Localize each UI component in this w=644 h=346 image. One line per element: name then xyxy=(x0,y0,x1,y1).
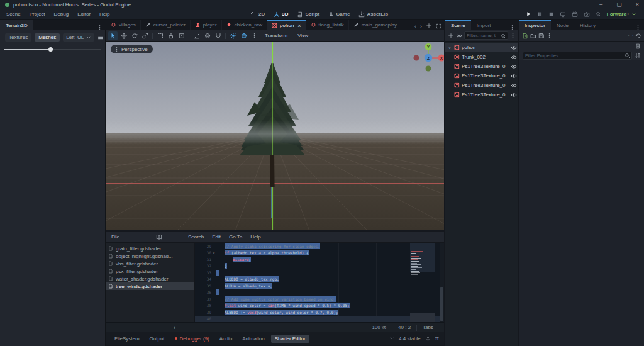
workspace-tab-3d[interactable]: 3D xyxy=(274,11,288,18)
donate-icon[interactable]: π xyxy=(435,335,439,342)
shader-file-vhs_filter.gdshader[interactable]: vhs_filter.gdshader xyxy=(106,260,194,267)
visibility-eye-icon[interactable] xyxy=(511,82,517,89)
scale-tool[interactable] xyxy=(140,31,150,40)
preview-environment-toggle[interactable] xyxy=(239,31,248,40)
movie-maker-icon[interactable] xyxy=(572,11,578,18)
brush-size-slider[interactable] xyxy=(4,47,101,52)
tree-row-Ps1Tree3Texture_0[interactable]: Ps1Tree3Texture_0 xyxy=(445,62,518,71)
shader-file-water_shader.gdshader[interactable]: water_shader.gdshader xyxy=(106,275,194,282)
scene-tab-main_gameplay[interactable]: main_gameplay xyxy=(348,20,401,30)
shader-menu-file[interactable]: File xyxy=(111,234,119,240)
expander-icon[interactable]: ∨ xyxy=(447,45,452,50)
dock-menu-icon[interactable] xyxy=(94,25,106,30)
scene-dock-tab-import[interactable]: Import xyxy=(471,20,497,30)
inspector-dock-tabs-menu-icon[interactable] xyxy=(632,25,644,30)
shader-code-editor[interactable]: 29// Apply alpha scissoring for clean ed… xyxy=(195,243,444,322)
prev-scene-icon[interactable]: ‹ xyxy=(414,23,416,30)
camera-override-button[interactable] xyxy=(203,31,212,40)
select-tool[interactable] xyxy=(108,31,118,40)
meshes-button[interactable]: Meshes xyxy=(35,33,60,42)
screenshot-icon[interactable] xyxy=(584,11,590,18)
code-minimap[interactable] xyxy=(410,243,439,322)
slider-handle[interactable] xyxy=(48,47,53,52)
ruler-tool[interactable] xyxy=(192,31,201,40)
inspector-dock-tab-inspector[interactable]: Inspector xyxy=(519,20,551,30)
visibility-eye-icon[interactable] xyxy=(511,45,517,51)
scene-tab-cursor_pointer[interactable]: cursor_pointer xyxy=(140,20,190,30)
shader-file-tree_winds.gdshader[interactable]: tree_winds.gdshader xyxy=(106,282,194,290)
object-history-icon[interactable] xyxy=(635,33,641,39)
code-line-30[interactable]: 30∨if (albedo_tex.a < alpha_threshold) { xyxy=(195,250,444,257)
inspector-dock-tab-node[interactable]: Node xyxy=(551,20,574,30)
group-node-button[interactable] xyxy=(177,31,186,40)
move-tool[interactable] xyxy=(119,31,128,40)
update-spinner-icon[interactable] xyxy=(425,336,431,342)
code-line-38[interactable]: 38float wind_color = sin(TIME * wind_spe… xyxy=(195,303,444,310)
cursor-position[interactable]: 40 : 2 xyxy=(392,325,416,330)
tree-row-Ps1Tree3Texture_0[interactable]: Ps1Tree3Texture_0 xyxy=(445,81,518,90)
bottom-tab-animation[interactable]: Animation xyxy=(238,335,269,343)
bottom-tab-output[interactable]: Output xyxy=(146,335,169,343)
code-line-29[interactable]: 29// Apply alpha scissoring for clean ed… xyxy=(195,243,444,250)
scene-tab-chicken_raw[interactable]: chicken_raw xyxy=(221,20,267,30)
scene-dock-tabs-menu-icon[interactable] xyxy=(506,25,518,30)
scene-tab-tiang_listrik[interactable]: tiang_listrik xyxy=(306,20,348,30)
visibility-eye-icon[interactable] xyxy=(511,73,517,79)
instance-scene-button[interactable] xyxy=(456,33,462,39)
transform-menu[interactable]: Transform xyxy=(260,33,292,38)
menu-debug[interactable]: Debug xyxy=(54,11,69,17)
run-instances-icon[interactable] xyxy=(596,11,601,17)
tree-row-Ps1Tree3Texture_0[interactable]: Ps1Tree3Texture_0 xyxy=(445,71,518,81)
menu-help[interactable]: Help xyxy=(99,11,109,17)
tree-row-pohon[interactable]: ∨pohon xyxy=(445,43,518,52)
tab-terrain3d[interactable]: Terrain3D xyxy=(0,20,33,30)
version-label[interactable]: 4.4.stable xyxy=(399,336,421,342)
scene-tab-pohon[interactable]: pohon× xyxy=(267,20,306,30)
sort-properties-icon[interactable] xyxy=(635,52,641,59)
history-back-icon[interactable]: ‹ xyxy=(628,33,630,38)
workspace-tab-game[interactable]: Game xyxy=(328,11,350,17)
stop-button[interactable] xyxy=(548,11,554,17)
menu-scene[interactable]: Scene xyxy=(6,11,21,17)
code-line-40[interactable]: 40 xyxy=(195,316,444,323)
scene-dock-tab-scene[interactable]: Scene xyxy=(445,20,471,30)
code-line-35[interactable]: 35ALPHA = albedo_tex.a; xyxy=(195,282,444,289)
menu-editor[interactable]: Editor xyxy=(77,11,91,17)
scene-tab-player[interactable]: player xyxy=(190,20,221,30)
new-scene-tab-icon[interactable] xyxy=(426,23,432,30)
code-line-37[interactable]: 37// Add some subtle color variation bas… xyxy=(195,296,444,303)
shader-menu-go-to[interactable]: Go To xyxy=(229,234,242,240)
tree-row-Ps1Tree3Texture_0[interactable]: Ps1Tree3Texture_0 xyxy=(445,90,518,99)
workspace-tab-script[interactable]: Script xyxy=(297,11,319,18)
open-docs-icon[interactable] xyxy=(635,43,641,49)
code-scrollbar[interactable] xyxy=(440,243,444,322)
zoom-level[interactable]: 100 % xyxy=(366,325,392,330)
projection-selector[interactable]: Perspective xyxy=(111,45,153,53)
viewport-menu-icon[interactable] xyxy=(252,33,257,38)
workspace-tab-2d[interactable]: 2D xyxy=(250,11,265,18)
code-line-39[interactable]: 39ALBEDO += vec3(wind_color, wind_color … xyxy=(195,309,444,316)
inspector-filter-input[interactable] xyxy=(523,52,632,60)
visibility-eye-icon[interactable] xyxy=(511,54,517,60)
list-select-tool[interactable] xyxy=(155,31,165,40)
pause-button[interactable] xyxy=(537,11,543,17)
save-resource-icon[interactable] xyxy=(538,33,545,39)
next-scene-icon[interactable]: › xyxy=(420,23,422,30)
new-resource-icon[interactable] xyxy=(522,33,528,39)
shader-file-psx_filter.gdshader[interactable]: psx_filter.gdshader xyxy=(106,267,194,275)
code-line-31[interactable]: 31discard; xyxy=(195,256,444,263)
indent-mode[interactable]: Tabs xyxy=(417,325,439,330)
online-docs-book-icon[interactable] xyxy=(156,234,162,240)
code-line-33[interactable]: 33 xyxy=(195,269,444,276)
expand-bottom-panel-icon[interactable] xyxy=(389,336,394,341)
inspector-dock-tab-history[interactable]: History xyxy=(574,20,601,30)
close-button[interactable]: × xyxy=(636,1,639,8)
visibility-eye-icon[interactable] xyxy=(511,64,517,70)
menu-project[interactable]: Project xyxy=(30,11,45,17)
minimize-button[interactable]: – xyxy=(599,1,602,8)
visibility-eye-icon[interactable] xyxy=(511,92,517,98)
shader-file-object_highlight.gdshad...[interactable]: object_highlight.gdshad... xyxy=(106,252,194,260)
fold-arrow-icon[interactable]: ∨ xyxy=(211,251,216,255)
bottom-tab-debugger9[interactable]: Debugger (9) xyxy=(171,335,213,343)
view-menu[interactable]: View xyxy=(293,33,313,38)
